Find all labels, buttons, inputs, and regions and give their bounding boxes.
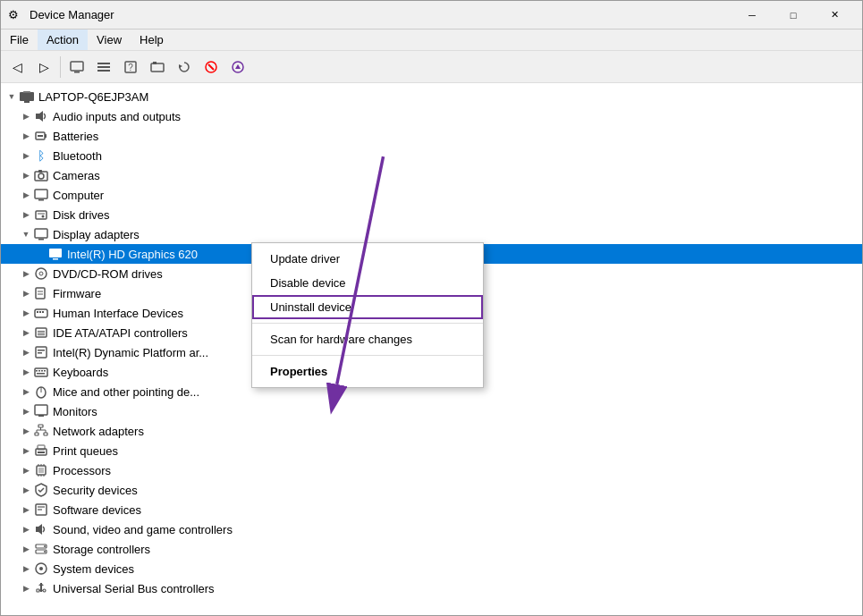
root-expander[interactable]: ▼ xyxy=(4,89,19,104)
context-update-driver[interactable]: Update driver xyxy=(252,247,483,271)
menu-view[interactable]: View xyxy=(88,30,131,50)
maximize-button[interactable]: □ xyxy=(773,1,814,30)
system-expander[interactable]: ▶ xyxy=(19,561,33,576)
network-label: Network adapters xyxy=(53,425,144,438)
svg-rect-49 xyxy=(38,352,42,354)
print-label: Print queues xyxy=(53,444,118,458)
svg-rect-14 xyxy=(20,92,34,101)
network-expander[interactable]: ▶ xyxy=(19,424,33,438)
tree-item-disk[interactable]: ▶ Disk drives xyxy=(1,205,862,224)
print-icon xyxy=(33,443,49,459)
cameras-label: Cameras xyxy=(53,169,100,182)
svg-rect-15 xyxy=(23,91,30,93)
tree-item-cameras[interactable]: ▶ Cameras xyxy=(1,165,862,185)
bluetooth-label: Bluetooth xyxy=(53,149,102,163)
toolbar-sep-1 xyxy=(60,56,61,78)
intel-dynamic-expander[interactable]: ▶ xyxy=(19,345,33,359)
tree-item-processors[interactable]: ▶ Processors xyxy=(1,460,862,480)
firmware-expander[interactable]: ▶ xyxy=(19,286,33,300)
tree-item-computer[interactable]: ▶ Computer xyxy=(1,185,862,205)
sound-expander[interactable]: ▶ xyxy=(19,522,33,536)
toolbar-properties[interactable] xyxy=(145,55,170,80)
device-manager-window: ⚙ Device Manager ─ □ ✕ File Action View … xyxy=(0,0,863,616)
svg-rect-27 xyxy=(36,211,47,219)
tree-item-display[interactable]: ▼ Display adapters xyxy=(1,224,862,244)
security-expander[interactable]: ▶ xyxy=(19,483,33,497)
hid-expander[interactable]: ▶ xyxy=(19,306,33,320)
tree-item-bluetooth[interactable]: ▶ ᛒ Bluetooth xyxy=(1,146,862,165)
toolbar-back[interactable]: ◁ xyxy=(4,55,30,80)
intel-graphics-label: Intel(R) HD Graphics 620 xyxy=(67,248,198,261)
ide-label: IDE ATA/ATAPI controllers xyxy=(53,326,188,340)
firmware-icon xyxy=(33,285,49,301)
tree-item-monitors[interactable]: ▶ Monitors xyxy=(1,401,862,421)
toolbar-computer[interactable] xyxy=(64,55,89,80)
toolbar-help[interactable]: ? xyxy=(118,55,143,80)
sound-icon xyxy=(33,521,49,537)
minimize-button[interactable]: ─ xyxy=(732,1,773,30)
toolbar-update[interactable] xyxy=(225,55,250,80)
svg-marker-9 xyxy=(179,64,182,68)
close-button[interactable]: ✕ xyxy=(814,1,855,30)
print-expander[interactable]: ▶ xyxy=(19,443,33,458)
menu-file[interactable]: File xyxy=(1,30,38,50)
dvd-expander[interactable]: ▶ xyxy=(19,266,33,281)
toolbar-forward[interactable]: ▷ xyxy=(31,55,56,80)
computer-expander[interactable]: ▶ xyxy=(19,188,33,202)
tree-item-storage[interactable]: ▶ Storage controllers xyxy=(1,539,862,559)
tree-item-usb[interactable]: ▶ Universal Serial Bus controllers xyxy=(1,578,862,598)
mice-expander[interactable]: ▶ xyxy=(19,384,33,399)
window-title: Device Manager xyxy=(30,8,114,21)
audio-expander[interactable]: ▶ xyxy=(19,109,33,123)
tree-item-audio[interactable]: ▶ Audio inputs and outputs xyxy=(1,106,862,126)
computer-icon xyxy=(33,187,49,203)
menu-action[interactable]: Action xyxy=(38,30,88,50)
usb-expander[interactable]: ▶ xyxy=(19,581,33,595)
tree-item-network[interactable]: ▶ Network adapters xyxy=(1,421,862,441)
cameras-expander[interactable]: ▶ xyxy=(19,168,33,182)
system-label: System devices xyxy=(53,562,134,576)
tree-root[interactable]: ▼ LAPTOP-Q6EJP3AM xyxy=(1,87,862,106)
ide-expander[interactable]: ▶ xyxy=(19,325,33,340)
tree-item-software[interactable]: ▶ Software devices xyxy=(1,500,862,519)
toolbar-list[interactable] xyxy=(91,55,116,80)
software-expander[interactable]: ▶ xyxy=(19,502,33,517)
svg-rect-44 xyxy=(38,331,45,332)
processors-expander[interactable]: ▶ xyxy=(19,463,33,477)
context-scan-hardware[interactable]: Scan for hardware changes xyxy=(252,327,483,351)
bluetooth-expander[interactable]: ▶ xyxy=(19,148,33,163)
svg-point-23 xyxy=(38,173,44,179)
tree-item-print[interactable]: ▶ Print queues xyxy=(1,441,862,460)
svg-rect-54 xyxy=(44,370,46,372)
svg-rect-0 xyxy=(71,62,83,71)
tree-item-sound[interactable]: ▶ Sound, video and game controllers xyxy=(1,519,862,539)
svg-text:?: ? xyxy=(128,63,133,72)
context-properties[interactable]: Properties xyxy=(252,359,483,384)
batteries-expander[interactable]: ▶ xyxy=(19,129,33,143)
menu-help[interactable]: Help xyxy=(131,30,173,50)
monitors-expander[interactable]: ▶ xyxy=(19,404,33,418)
svg-rect-2 xyxy=(97,63,110,64)
tree-item-batteries[interactable]: ▶ Batteries xyxy=(1,126,862,146)
bluetooth-icon: ᛒ xyxy=(33,148,49,164)
disk-expander[interactable]: ▶ xyxy=(19,207,33,222)
toolbar-uninstall[interactable] xyxy=(199,55,224,80)
svg-rect-69 xyxy=(38,451,45,453)
toolbar-refresh[interactable] xyxy=(172,55,197,80)
tree-item-system[interactable]: ▶ System devices xyxy=(1,559,862,578)
storage-label: Storage controllers xyxy=(53,543,150,556)
keyboards-expander[interactable]: ▶ xyxy=(19,365,33,379)
menu-bar: File Action View Help xyxy=(1,30,862,51)
computer-label: Computer xyxy=(53,189,104,202)
root-label: LAPTOP-Q6EJP3AM xyxy=(38,90,148,104)
context-uninstall-device[interactable]: Uninstall device xyxy=(252,295,483,319)
display-expander[interactable]: ▼ xyxy=(19,227,33,241)
network-icon xyxy=(33,423,49,439)
tree-item-security[interactable]: ▶ Security devices xyxy=(1,480,862,500)
audio-label: Audio inputs and outputs xyxy=(53,110,181,123)
svg-rect-4 xyxy=(97,70,110,72)
storage-expander[interactable]: ▶ xyxy=(19,542,33,556)
sound-label: Sound, video and game controllers xyxy=(53,523,233,536)
svg-rect-26 xyxy=(38,199,44,201)
context-disable-device[interactable]: Disable device xyxy=(252,271,483,295)
